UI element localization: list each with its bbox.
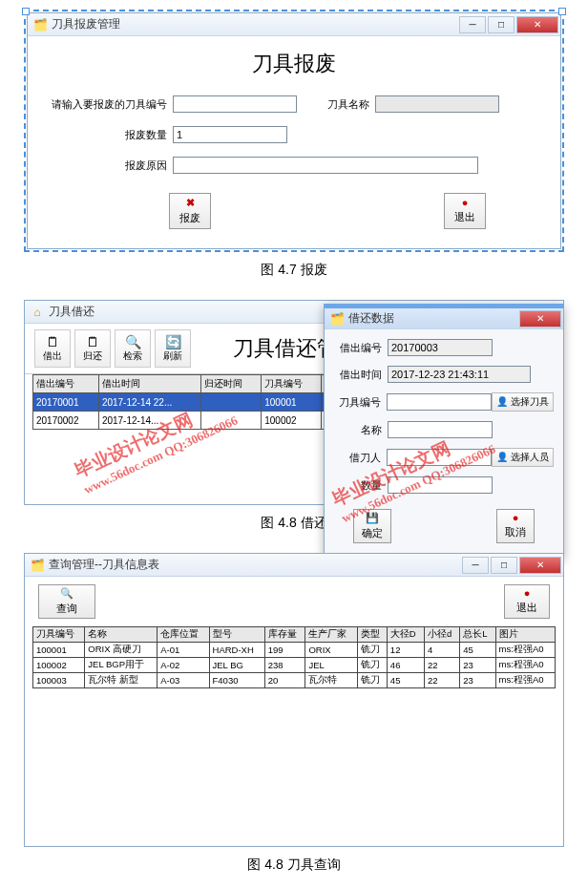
- figure-47-caption: 图 4.7 报废: [24, 262, 564, 279]
- doc-icon: 🗒: [46, 334, 59, 349]
- table-cell: 瓦尔特 新型: [85, 673, 158, 688]
- app-icon: 🗂️: [330, 312, 344, 326]
- exit-button[interactable]: ● 退出: [504, 584, 550, 619]
- tool-no-input[interactable]: [387, 393, 492, 411]
- table-cell: A-02: [158, 658, 209, 673]
- search-button[interactable]: 🔍 检索: [115, 329, 151, 368]
- minimize-button[interactable]: ─: [462, 557, 489, 574]
- query-toolbar: 🔍 查询 ● 退出: [25, 577, 563, 626]
- reason-label: 报废原因: [45, 159, 167, 173]
- close-button[interactable]: ✕: [519, 557, 561, 574]
- borrow-no-input[interactable]: [388, 339, 493, 356]
- column-header: 小径d: [424, 627, 459, 643]
- table-cell: JEL BG: [209, 658, 264, 673]
- qty-input[interactable]: [173, 126, 287, 143]
- cancel-x-icon: ✖: [186, 197, 195, 209]
- column-header: 生产厂家: [305, 627, 357, 643]
- table-cell: JEL BGP用于: [85, 658, 158, 673]
- table-cell: 100002: [33, 658, 85, 673]
- close-button[interactable]: ✕: [516, 16, 558, 33]
- table-cell: 2017-12-14 22...: [98, 393, 201, 412]
- exit-button-label: 退出: [516, 601, 537, 615]
- table-row[interactable]: 100001ORIX 高硬刀A-01HARD-XH199ORIX铣刀12445m…: [33, 643, 556, 658]
- refresh-icon: 🔄: [165, 334, 181, 349]
- borrow-button[interactable]: 🗒 借出: [34, 329, 71, 368]
- borrow-no-label: 借出编号: [334, 341, 382, 355]
- search-label: 检索: [123, 349, 142, 363]
- table-cell: ORIX 高硬刀: [85, 643, 158, 658]
- window-title: 查询管理--刀具信息表: [49, 557, 159, 573]
- app-icon: ⌂: [31, 306, 44, 319]
- borrower-label: 借刀人: [334, 451, 381, 465]
- table-cell: 瓦尔特: [305, 673, 357, 688]
- column-header: 借出编号: [33, 375, 99, 393]
- select-tool-button[interactable]: 👤 选择刀具: [492, 392, 554, 412]
- table-cell: 4: [424, 643, 459, 658]
- table-row[interactable]: 100002JEL BGP用于A-02JEL BG238JEL铣刀462223m…: [33, 658, 556, 673]
- table-cell: ms:程强A0: [495, 643, 555, 658]
- exit-button[interactable]: ● 退出: [444, 193, 486, 229]
- table-cell: 铣刀: [357, 658, 387, 673]
- tool-id-input[interactable]: [173, 95, 297, 113]
- return-button[interactable]: 🗒 归还: [74, 329, 111, 368]
- borrower-input[interactable]: [387, 449, 492, 466]
- column-header: 图片: [495, 627, 555, 643]
- name-label: 名称: [334, 423, 382, 437]
- person-icon: 👤: [496, 396, 508, 407]
- figure-48-wrapper: ⌂ 刀具借还 ─ □ 🗒 借出 🗒 归还 🔍 检索 🔄: [24, 300, 564, 505]
- cancel-button-label: 取消: [505, 525, 526, 539]
- table-cell: A-03: [158, 673, 209, 688]
- table-cell: 238: [264, 658, 305, 673]
- page-title: 刀具报废: [45, 50, 543, 78]
- column-header: 刀具编号: [262, 375, 322, 393]
- table-cell: 2017-12-14...: [98, 412, 201, 430]
- refresh-button[interactable]: 🔄 刷新: [155, 329, 191, 368]
- query-button[interactable]: 🔍 查询: [38, 584, 95, 619]
- tool-name-input[interactable]: [375, 95, 499, 113]
- table-cell: 100001: [33, 643, 85, 658]
- table-cell: 46: [387, 658, 424, 673]
- table-cell: ms:程强A0: [495, 658, 555, 673]
- qty-input[interactable]: [388, 476, 493, 494]
- table-cell: 199: [264, 643, 305, 658]
- window-title: 刀具借还: [49, 304, 94, 320]
- column-header: 归还时间: [201, 375, 262, 393]
- query-table: 刀具编号名称仓库位置型号库存量生产厂家类型大径D小径d总长L图片 100001O…: [32, 626, 556, 688]
- minimize-button[interactable]: ─: [459, 16, 486, 33]
- qty-label: 数量: [334, 478, 382, 493]
- maximize-button[interactable]: □: [488, 16, 514, 33]
- table-cell: 100001: [262, 393, 322, 412]
- search-icon: 🔍: [125, 334, 141, 349]
- column-header: 名称: [85, 627, 158, 643]
- reason-input[interactable]: [173, 157, 478, 174]
- cancel-button[interactable]: ● 取消: [496, 509, 535, 543]
- refresh-label: 刷新: [163, 349, 182, 363]
- stop-icon: ●: [524, 587, 531, 599]
- select-person-button[interactable]: 👤 选择人员: [492, 448, 554, 467]
- person-icon: 👤: [496, 452, 508, 462]
- app-icon: 🗂️: [33, 18, 47, 32]
- name-input[interactable]: [388, 421, 493, 438]
- ok-button[interactable]: 💾 确定: [353, 509, 391, 543]
- table-row[interactable]: 100003瓦尔特 新型A-03F403020瓦尔特铣刀452223ms:程强A…: [33, 673, 556, 688]
- table-cell: A-01: [158, 643, 209, 658]
- table-cell: 铣刀: [357, 673, 387, 688]
- save-icon: 💾: [366, 512, 379, 524]
- search-icon: 🔍: [60, 587, 74, 600]
- scrap-button[interactable]: ✖ 报废: [169, 193, 211, 229]
- exit-button-label: 退出: [454, 210, 475, 224]
- query-window: 🗂️ 查询管理--刀具信息表 ─ □ ✕ 🔍 查询 ● 退出 刀具编号名称仓库位…: [24, 553, 564, 847]
- figure-47-wrapper: 🗂️ 刀具报废管理 ─ □ ✕ 刀具报废 请输入要报废的刀具编号 刀具名称 报废…: [24, 10, 564, 252]
- table-cell: 22: [424, 658, 459, 673]
- doc-icon: 🗒: [86, 334, 99, 349]
- borrow-data-dialog: 🗂️ 借还数据 ✕ 借出编号 借出时间 刀具编号 👤: [324, 304, 564, 558]
- borrow-time-label: 借出时间: [334, 368, 382, 382]
- table-cell: ORIX: [305, 643, 357, 658]
- borrow-time-input[interactable]: [388, 366, 531, 383]
- maximize-button[interactable]: □: [491, 557, 517, 574]
- dialog-close-button[interactable]: ✕: [519, 310, 561, 328]
- window-title: 刀具报废管理: [52, 16, 120, 32]
- column-header: 仓库位置: [158, 627, 209, 643]
- column-header: 库存量: [264, 627, 305, 643]
- scrap-button-label: 报废: [179, 211, 200, 225]
